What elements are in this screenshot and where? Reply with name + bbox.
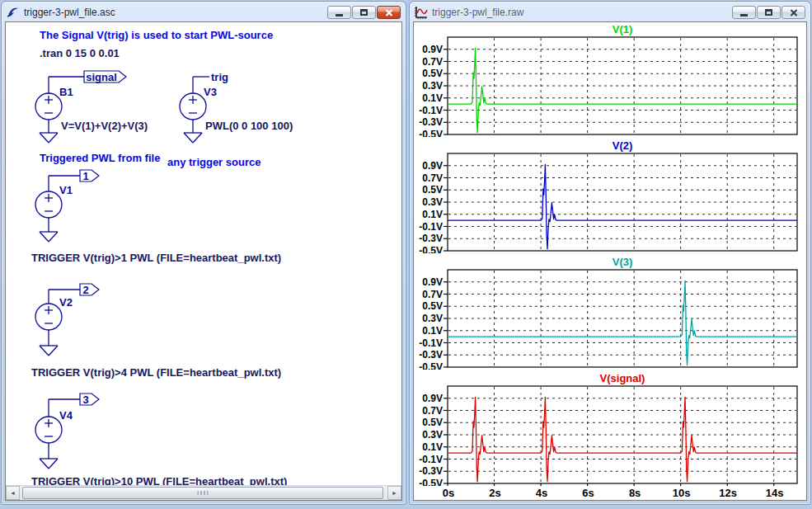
y-tick-label: -0.5V	[419, 129, 443, 137]
component-value-B1[interactable]: V=V(1)+V(2)+V(3)	[61, 120, 148, 132]
minimize-button[interactable]	[327, 6, 351, 19]
net-label-trig[interactable]: trig	[211, 71, 228, 83]
y-axis-labels: 0.9V0.7V0.5V0.3V0.1V-0.1V-0.3V-0.5V	[419, 393, 448, 486]
plot-V(2)[interactable]: 0.9V0.7V0.5V0.3V0.1V-0.1V-0.3V-0.5V	[414, 153, 805, 253]
directive-text-tran_directive[interactable]: .tran 0 15 0 0.01	[40, 47, 120, 59]
maximize-icon	[360, 9, 368, 16]
y-tick-label: -0.5V	[419, 478, 443, 486]
close-icon	[385, 9, 393, 16]
component-value-V3[interactable]: PWL(0 0 100 100)	[205, 120, 293, 132]
y-tick-label: 0.5V	[422, 417, 443, 428]
y-tick-label: -0.3V	[419, 465, 443, 477]
comment-text-comment_top[interactable]: The Signal V(trig) is used to start PWL-…	[40, 29, 273, 41]
component-ref-V1[interactable]: V1	[59, 184, 73, 196]
y-tick-label: 0.9V	[422, 393, 443, 404]
plot-pane-V(signal): V(signal)0.9V0.7V0.5V0.3V0.1V-0.1V-0.3V-…	[414, 373, 806, 486]
plot-pane-V(1): V(1)0.9V0.7V0.5V0.3V0.1V-0.1V-0.3V-0.5V	[414, 24, 806, 137]
close-button[interactable]	[781, 6, 805, 19]
waveform-window: trigger-3-pwl_file.raw V(1)0.9V0.7V0.5V0…	[409, 1, 811, 505]
y-tick-label: -0.3V	[419, 349, 443, 361]
component-ref-V4[interactable]: V4	[59, 409, 73, 422]
comment-text-comment_triggered[interactable]: Triggered PWL from file	[40, 152, 160, 164]
component-ref-V3[interactable]: V3	[204, 86, 217, 98]
scroll-left-button[interactable]: ◄	[6, 486, 20, 500]
component-ref-B1[interactable]: B1	[59, 86, 73, 98]
x-tick-label: 2s	[489, 487, 500, 499]
comment-text-comment_any_trigger[interactable]: any trigger source	[167, 156, 260, 168]
waveform-titlebar[interactable]: trigger-3-pwl_file.raw	[410, 2, 810, 21]
x-tick-label: 4s	[536, 487, 547, 499]
y-tick-label: 0.9V	[422, 160, 443, 172]
directive-text-trigger1[interactable]: TRIGGER V(trig)>1 PWL (FILE=heartbeat_pw…	[31, 252, 281, 264]
window-controls	[732, 6, 807, 19]
y-axis-labels: 0.9V0.7V0.5V0.3V0.1V-0.1V-0.3V-0.5V	[419, 160, 448, 253]
y-tick-label: 0.3V	[422, 80, 443, 92]
port-label-1[interactable]: 1	[82, 170, 88, 182]
y-tick-label: 0.1V	[422, 325, 443, 337]
minimize-icon	[336, 14, 343, 16]
directive-text-trigger2[interactable]: TRIGGER V(trig)>4 PWL (FILE=heartbeat_pw…	[31, 366, 281, 379]
close-icon	[790, 9, 798, 16]
x-tick-label: 12s	[719, 487, 737, 499]
y-tick-label: 0.7V	[422, 289, 443, 300]
port-label-3[interactable]: 3	[82, 394, 88, 406]
plot-V(3)[interactable]: 0.9V0.7V0.5V0.3V0.1V-0.1V-0.3V-0.5V	[414, 269, 805, 370]
y-tick-label: 0.7V	[422, 172, 443, 184]
close-button[interactable]	[377, 6, 401, 19]
x-tick-label: 10s	[673, 487, 691, 499]
y-tick-label: 0.1V	[422, 92, 443, 104]
scrollbar-grip	[198, 491, 209, 495]
y-tick-label: -0.5V	[419, 361, 443, 370]
y-tick-label: -0.3V	[419, 233, 443, 244]
schematic-window: trigger-3-pwl_file.asc The Signal V(trig…	[1, 1, 406, 505]
x-tick-label: 8s	[629, 487, 641, 499]
minimize-button[interactable]	[732, 6, 756, 19]
plot-V(signal)[interactable]: 0.9V0.7V0.5V0.3V0.1V-0.1V-0.3V-0.5V	[414, 385, 805, 486]
port-label-2[interactable]: 2	[82, 284, 88, 296]
y-tick-label: 0.9V	[422, 44, 443, 55]
y-tick-label: -0.5V	[419, 245, 443, 253]
plot-pane-V(3): V(3)0.9V0.7V0.5V0.3V0.1V-0.1V-0.3V-0.5V	[414, 257, 806, 370]
y-tick-label: 0.7V	[422, 56, 443, 68]
y-tick-label: -0.1V	[419, 221, 443, 233]
scrollbar-track[interactable]	[20, 486, 387, 500]
voltage-source-V2[interactable]	[35, 284, 99, 356]
maximize-button[interactable]	[757, 6, 781, 19]
scroll-right-button[interactable]: ►	[387, 486, 401, 500]
y-tick-label: 0.3V	[422, 196, 443, 208]
y-tick-label: 0.3V	[422, 429, 443, 441]
maximize-icon	[765, 9, 772, 16]
waveform-window-title: trigger-3-pwl_file.raw	[432, 7, 728, 18]
schematic-titlebar[interactable]: trigger-3-pwl_file.asc	[2, 2, 406, 21]
schematic-panel: The Signal V(trig) is used to start PWL-…	[5, 21, 402, 501]
y-tick-label: -0.1V	[419, 337, 443, 349]
schematic-canvas[interactable]: The Signal V(trig) is used to start PWL-…	[6, 22, 401, 486]
y-tick-label: 0.1V	[422, 209, 443, 220]
pane-title-V(1)[interactable]: V(1)	[448, 24, 797, 36]
y-tick-label: -0.1V	[419, 105, 443, 116]
maximize-button[interactable]	[352, 6, 376, 19]
component-ref-V2[interactable]: V2	[59, 296, 73, 309]
x-tick-label: 0s	[443, 487, 454, 499]
schematic-window-title: trigger-3-pwl_file.asc	[24, 7, 323, 18]
waveform-file-icon	[415, 6, 428, 19]
pane-title-V(3)[interactable]: V(3)	[448, 257, 797, 269]
x-tick-label: 14s	[766, 487, 784, 499]
x-axis-labels: 0s2s4s6s8s10s12s14s	[414, 486, 806, 501]
waveform-panel: V(1)0.9V0.7V0.5V0.3V0.1V-0.1V-0.3V-0.5VV…	[413, 21, 807, 501]
scrollbar-thumb[interactable]	[22, 487, 383, 499]
horizontal-scrollbar[interactable]: ◄ ►	[6, 485, 401, 500]
voltage-source-V4[interactable]	[35, 394, 99, 469]
y-tick-label: 0.7V	[422, 405, 443, 417]
pane-title-V(2)[interactable]: V(2)	[448, 140, 797, 153]
y-tick-label: 0.5V	[422, 300, 443, 312]
ltspice-schematic-icon	[7, 6, 20, 19]
ltspice-mdi-area: trigger-3-pwl_file.asc The Signal V(trig…	[0, 0, 812, 509]
plot-area: V(1)0.9V0.7V0.5V0.3V0.1V-0.1V-0.3V-0.5VV…	[414, 22, 806, 501]
y-tick-label: 0.1V	[422, 441, 443, 453]
plot-V(1)[interactable]: 0.9V0.7V0.5V0.3V0.1V-0.1V-0.3V-0.5V	[414, 36, 805, 137]
pane-title-V(signal)[interactable]: V(signal)	[448, 373, 797, 385]
port-label-signal[interactable]: signal	[86, 71, 117, 83]
y-tick-label: -0.1V	[419, 454, 443, 465]
voltage-source-V1[interactable]	[35, 170, 99, 242]
